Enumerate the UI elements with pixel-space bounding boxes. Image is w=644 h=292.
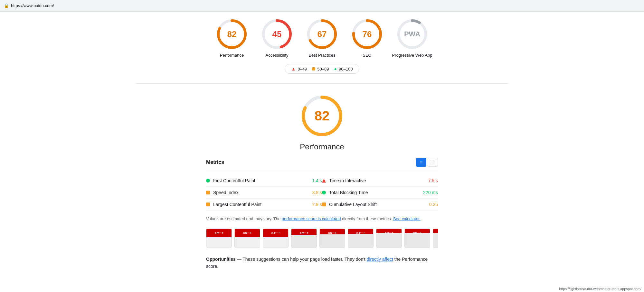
metrics-container: Metrics ≡ ≣ First Contentful Paint 1.4 s (206, 158, 438, 270)
metric-name-lcp: Largest Contentful Paint (213, 202, 310, 207)
score-card-seo[interactable]: 76 SEO (346, 18, 388, 58)
score-cards: 82 Performance 45 Accessibility (135, 18, 509, 58)
score-value-performance: 82 (227, 29, 237, 39)
score-card-accessibility[interactable]: 45 Accessibility (256, 18, 298, 58)
filmstrip-item-4: 百度一下 (291, 229, 317, 248)
metric-value-cls: 0.25 (429, 202, 438, 207)
legend-label-fail: 0–49 (298, 67, 307, 71)
metric-name-tbt: Total Blocking Time (329, 190, 421, 195)
filmstrip-item-6: 百度一下 (348, 229, 374, 248)
filmstrip-frame-1: 百度一下 (206, 229, 232, 248)
metrics-left-column: First Contentful Paint 1.4 s Speed Index… (206, 175, 322, 211)
filmstrip-frame-3: 百度一下 (263, 229, 289, 248)
values-note-middle: directly from these metrics. (341, 216, 393, 221)
metric-indicator-tti (322, 179, 326, 183)
main-content: 82 Performance 45 Accessibility (129, 12, 515, 276)
score-value-accessibility: 45 (272, 29, 282, 39)
score-value-pwa: PWA (404, 30, 420, 38)
score-label-pwa: Progressive Web App (392, 53, 432, 58)
filmstrip-item-1: 百度一下 (206, 229, 232, 248)
metrics-right-column: Time to Interactive 7.5 s Total Blocking… (322, 175, 438, 211)
metric-indicator-si (206, 191, 210, 194)
metric-value-lcp: 2.9 s (312, 202, 322, 207)
view-toggle-list[interactable]: ≣ (428, 158, 438, 167)
metric-indicator-lcp (206, 203, 210, 206)
score-label-performance: Performance (220, 53, 244, 58)
metric-name-si: Speed Index (213, 190, 310, 195)
score-label-seo: SEO (363, 53, 371, 58)
lock-icon: 🔒 (4, 3, 9, 8)
legend-item-average: 50–89 (312, 67, 329, 71)
metric-indicator-cls (322, 203, 326, 206)
values-note-before: Values are estimated and may vary. The (206, 216, 282, 221)
metric-largest-contentful-paint: Largest Contentful Paint 2.9 s (206, 199, 322, 211)
score-card-pwa[interactable]: PWA Progressive Web App (391, 18, 433, 58)
perf-score-calc-link[interactable]: performance score is calculated (282, 216, 341, 221)
score-card-performance[interactable]: 82 Performance (211, 18, 253, 58)
filmstrip-frame-6: 百度一下 (348, 229, 374, 248)
view-toggle-grid[interactable]: ≡ (416, 158, 426, 167)
opportunities-text-before: — These suggestions can help your page l… (236, 257, 367, 262)
metric-indicator-tbt (322, 191, 326, 194)
metric-indicator-fcp (206, 179, 210, 183)
filmstrip-frame-8: 百度一下 (404, 229, 430, 248)
filmstrip-item-9: 百度一下 (433, 229, 438, 248)
filmstrip-item-5: 百度一下 (319, 229, 345, 248)
metric-value-fcp: 1.4 s (312, 178, 322, 183)
legend-item-fail: ▲ 0–49 (291, 66, 307, 71)
filmstrip-frame-2: 百度一下 (234, 229, 260, 248)
opportunities-label: Opportunities (206, 257, 236, 262)
score-circle-accessibility: 45 (261, 18, 293, 50)
score-circle-best-practices: 67 (306, 18, 338, 50)
score-circle-seo: 76 (351, 18, 383, 50)
big-score-circle: 82 (299, 93, 345, 138)
score-value-seo: 76 (363, 29, 372, 39)
metrics-grid: First Contentful Paint 1.4 s Speed Index… (206, 175, 438, 211)
see-calculator-link[interactable]: See calculator. (393, 216, 421, 221)
opportunities-section: Opportunities — These suggestions can he… (206, 256, 438, 270)
metric-value-si: 3.8 s (312, 190, 322, 195)
browser-bar: 🔒 https://www.baidu.com/ (0, 0, 644, 12)
legend-icon-average (312, 67, 315, 71)
metric-speed-index: Speed Index 3.8 s (206, 187, 322, 199)
filmstrip-frame-9: 百度一下 (433, 229, 438, 248)
filmstrip-item-2: 百度一下 (234, 229, 260, 248)
legend-icon-fail: ▲ (291, 66, 296, 71)
legend-item-pass: ● 90–100 (334, 66, 353, 71)
metrics-header: Metrics ≡ ≣ (206, 158, 438, 171)
legend-icon-pass: ● (334, 66, 337, 71)
metric-name-tti: Time to Interactive (329, 178, 426, 183)
score-label-accessibility: Accessibility (266, 53, 289, 58)
view-toggles: ≡ ≣ (416, 158, 438, 167)
metrics-title: Metrics (206, 159, 224, 165)
section-divider (135, 83, 509, 84)
metric-name-cls: Cumulative Layout Shift (329, 202, 427, 207)
big-score-value: 82 (315, 108, 330, 124)
filmstrip-frame-5: 百度一下 (319, 229, 345, 248)
score-card-best-practices[interactable]: 67 Best Practices (301, 18, 343, 58)
filmstrip-item-8: 百度一下 (404, 229, 430, 248)
metric-value-tbt: 220 ms (423, 190, 438, 195)
legend-label-average: 50–89 (317, 67, 329, 71)
filmstrip-frame-4: 百度一下 (291, 229, 317, 248)
metric-total-blocking-time: Total Blocking Time 220 ms (322, 187, 438, 199)
filmstrip-item-3: 百度一下 (263, 229, 289, 248)
filmstrip: 百度一下 百度一下 百度一下 (206, 229, 438, 248)
url-bar: https://www.baidu.com/ (11, 3, 54, 8)
metric-value-tti: 7.5 s (428, 178, 438, 183)
performance-title: Performance (300, 142, 344, 151)
metric-name-fcp: First Contentful Paint (213, 178, 310, 183)
score-label-best-practices: Best Practices (308, 53, 335, 58)
score-legend: ▲ 0–49 50–89 ● 90–100 (285, 64, 360, 74)
metric-first-contentful-paint: First Contentful Paint 1.4 s (206, 175, 322, 187)
legend-label-pass: 90–100 (339, 67, 353, 71)
filmstrip-frame-7: 百度一下 (376, 229, 402, 248)
filmstrip-item-7: 百度一下 (376, 229, 402, 248)
score-value-best-practices: 67 (317, 29, 327, 39)
score-circle-pwa: PWA (396, 18, 428, 50)
directly-affect-link[interactable]: directly affect (367, 257, 393, 262)
metric-time-to-interactive: Time to Interactive 7.5 s (322, 175, 438, 187)
performance-section: 82 Performance Metrics ≡ ≣ First Cont (135, 93, 509, 270)
values-note: Values are estimated and may vary. The p… (206, 216, 438, 222)
metric-cumulative-layout-shift: Cumulative Layout Shift 0.25 (322, 199, 438, 211)
